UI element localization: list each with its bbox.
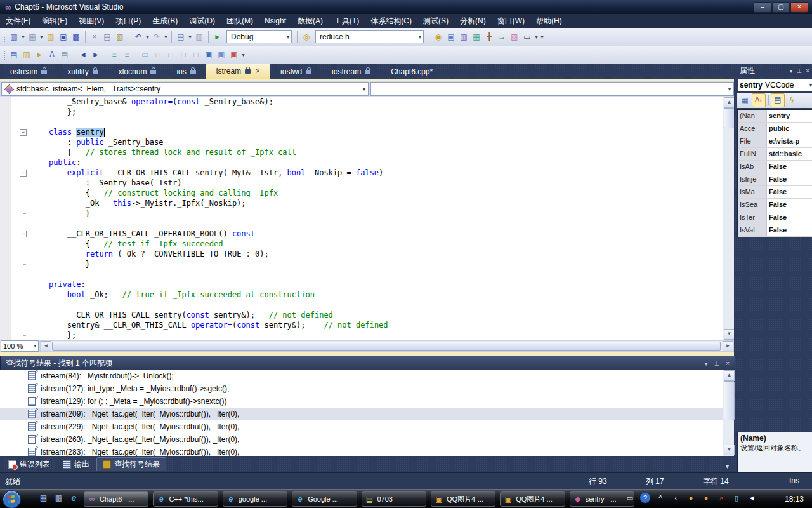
redo-icon[interactable]: ↷ [151, 31, 162, 43]
minimize-button[interactable]: – [754, 2, 771, 13]
next-bookmark-folder-icon[interactable]: □ [190, 49, 202, 60]
menu-item-14[interactable]: 窗口(W) [492, 14, 530, 28]
increase-indent-icon[interactable]: ► [90, 49, 102, 60]
code-editor[interactable]: −−− _Sentry_base& operator=(const _Sentr… [0, 97, 734, 340]
pin-icon[interactable]: ⊥ [714, 360, 719, 367]
box-selection-icon[interactable]: ▭ [140, 49, 151, 60]
comment-selection-icon[interactable]: ≡ [108, 49, 120, 60]
open-file-icon[interactable]: ▨ [45, 31, 56, 43]
find-in-files-icon[interactable]: ◎ [301, 31, 312, 43]
document-tab-xutility[interactable]: xutility [57, 65, 108, 79]
command-window-icon[interactable]: ▭ [521, 31, 533, 43]
navigate-arrow-icon[interactable]: ▾ [187, 34, 193, 40]
document-tab-iostream[interactable]: iostream [322, 65, 381, 79]
find-symbol-icon[interactable]: ◉ [433, 31, 444, 43]
collapse-icon[interactable]: ‹ [671, 493, 681, 503]
pin-icon[interactable]: ⊥ [796, 67, 802, 74]
tab-list-dropdown-icon[interactable]: ▾ [726, 463, 729, 470]
show-desktop-icon[interactable]: ▦ [38, 493, 49, 504]
previous-bookmark-icon[interactable]: □ [152, 49, 164, 60]
scrollbar-thumb[interactable] [724, 381, 735, 420]
document-tab-ostream[interactable]: ostream [0, 65, 57, 79]
undo-arrow-icon[interactable]: ▾ [145, 34, 150, 40]
taskbar-clock[interactable]: 18:13 [785, 495, 804, 504]
navigate-forward-icon[interactable]: ▥ [193, 31, 205, 43]
property-row[interactable]: IsAbFalse [738, 161, 812, 173]
scroll-down-icon[interactable]: ▼ [724, 329, 734, 340]
new-project-arrow-icon[interactable]: ▾ [20, 34, 26, 40]
add-item-icon[interactable]: ▦ [27, 31, 38, 43]
menu-item-5[interactable]: 生成(B) [147, 14, 183, 28]
document-tab-istream[interactable]: istream× [206, 64, 270, 79]
property-row[interactable]: IsSeaFalse [738, 199, 812, 211]
copy-icon[interactable]: ▤ [102, 31, 113, 43]
next-bookmark-icon[interactable]: □ [165, 49, 176, 60]
property-row[interactable]: IsMaFalse [738, 186, 812, 199]
show-whitespace-icon[interactable]: ▥ [21, 49, 32, 60]
network-icon[interactable]: ▯ [731, 493, 742, 503]
document-tab-ios[interactable]: ios [166, 65, 206, 79]
find-combo[interactable]: reduce.h▾ [315, 30, 424, 43]
editor-horizontal-scrollbar[interactable]: ◄ ► [40, 340, 734, 352]
find-result-row[interactable]: ?istream(283): _Nget_fac.get(_Iter(_Myio… [0, 446, 734, 456]
internet-explorer-icon[interactable]: e [69, 493, 79, 504]
menu-item-7[interactable]: 团队(M) [221, 14, 259, 28]
panel-tab-find-symbol-results[interactable]: 查找符号结果 [96, 457, 166, 471]
add-item-arrow-icon[interactable]: ▾ [39, 34, 44, 40]
toolbar-grip[interactable] [2, 31, 5, 43]
scrollbar-thumb[interactable] [52, 342, 721, 351]
document-tab-xlocnum[interactable]: xlocnum [108, 65, 167, 79]
toggle-bookmark-icon[interactable]: ▣ [203, 49, 214, 60]
qq-penguin-icon-2[interactable]: ● [701, 493, 711, 503]
menu-item-8[interactable]: Nsight [259, 14, 292, 28]
redo-arrow-icon[interactable]: ▾ [163, 34, 169, 40]
scrollbar-thumb[interactable] [724, 108, 734, 128]
enable-bookmarks-icon[interactable]: ▣ [216, 49, 227, 60]
find-results-scrollbar[interactable]: ▲ ▼ [723, 370, 734, 456]
document-tab-iosfwd[interactable]: iosfwd [270, 65, 322, 79]
toolbox-icon[interactable]: ╋ [483, 31, 495, 43]
close-tab-icon[interactable]: × [256, 68, 260, 74]
taskbar-button[interactable]: ▤0703 [362, 491, 426, 507]
maximize-button[interactable]: ▢ [772, 2, 790, 13]
menu-item-2[interactable]: 编辑(E) [36, 14, 73, 28]
volume-icon[interactable]: ◄ [747, 493, 757, 503]
show-hidden-icons[interactable]: ^ [655, 493, 665, 503]
paste-icon[interactable]: ▧ [114, 31, 126, 43]
panel-tab-output[interactable]: 输出 [57, 458, 95, 471]
find-result-row[interactable]: ?istream(209): _Nget_fac.get(_Iter(_Myio… [0, 408, 734, 420]
code-text[interactable]: _Sentry_base& operator=(const _Sentry_ba… [30, 97, 719, 340]
toolbar2-overflow-arrow-icon[interactable]: ▾ [240, 52, 246, 58]
toolbar-grip[interactable] [2, 49, 5, 60]
help-icon[interactable]: ? [640, 493, 650, 503]
property-row[interactable]: (Nansentry [738, 110, 812, 123]
network-error-icon[interactable]: × [716, 493, 726, 503]
start-page-icon[interactable]: → [496, 31, 508, 43]
taskbar-button[interactable]: ▣QQ图片4 ... [500, 491, 565, 507]
property-row[interactable]: IsTerFalse [738, 211, 812, 224]
property-row[interactable]: Filee:\vista-p [738, 135, 812, 148]
members-dropdown[interactable]: ▾ [370, 82, 734, 96]
extension-manager-icon[interactable]: ▧ [509, 31, 520, 43]
categorized-icon[interactable]: ▦ [738, 94, 751, 107]
uncomment-selection-icon[interactable]: ≡ [121, 49, 133, 60]
events-icon[interactable]: ϟ [785, 94, 798, 107]
menu-item-13[interactable]: 分析(N) [454, 14, 492, 28]
taskbar-button[interactable]: ∞Chapt6 - ... [84, 491, 148, 507]
collapse-region-icon[interactable]: − [20, 231, 27, 237]
document-tab-Chapt6cpp[interactable]: Chapt6.cpp* [381, 65, 443, 79]
clear-bookmarks-icon[interactable]: ▣ [228, 49, 240, 60]
previous-bookmark-folder-icon[interactable]: □ [178, 49, 189, 60]
solution-explorer-icon[interactable]: ▥ [458, 31, 469, 43]
object-browser-icon[interactable]: ▣ [445, 31, 457, 43]
taskbar-button[interactable]: egoogle ... [223, 491, 287, 507]
close-button[interactable]: × [790, 2, 808, 13]
select-mode-icon[interactable]: ► [34, 49, 45, 60]
menu-item-4[interactable]: 项目(P) [110, 14, 147, 28]
save-icon[interactable]: ▣ [58, 31, 69, 43]
qq-penguin-icon[interactable]: ● [686, 493, 696, 503]
scroll-up-icon[interactable]: ▲ [724, 97, 734, 108]
scroll-left-icon[interactable]: ◄ [41, 341, 51, 351]
menu-item-1[interactable]: 文件(F) [0, 14, 36, 28]
property-pages-icon[interactable]: ▤ [771, 93, 785, 107]
